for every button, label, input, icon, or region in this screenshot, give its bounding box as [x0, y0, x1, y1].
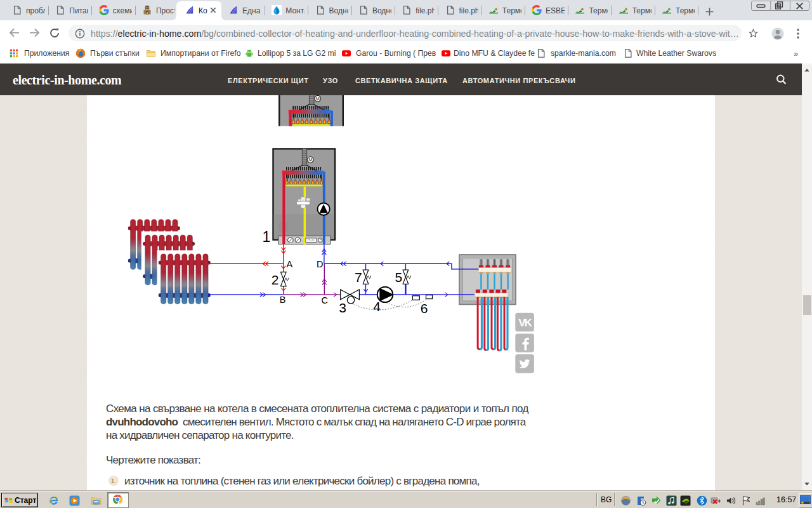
svg-text:3: 3: [339, 300, 346, 315]
svg-text:4: 4: [373, 299, 381, 314]
svg-text:C: C: [322, 295, 328, 305]
svg-text:6: 6: [421, 301, 428, 316]
svg-text:A: A: [286, 259, 292, 269]
svg-text:7: 7: [355, 270, 362, 284]
svg-text:2: 2: [272, 272, 279, 287]
svg-text:5: 5: [395, 270, 403, 284]
svg-text:1: 1: [263, 229, 271, 245]
svg-text:B: B: [280, 295, 286, 305]
svg-text:D: D: [317, 259, 323, 269]
svg-text:VK: VK: [518, 317, 532, 329]
